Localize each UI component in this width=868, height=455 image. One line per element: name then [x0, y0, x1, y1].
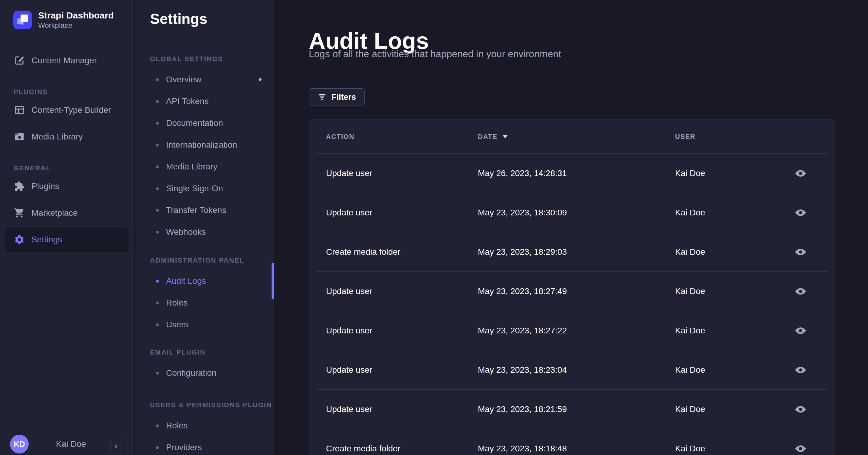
cell-user: Kai Doe	[675, 326, 782, 335]
settings-section-label-administration: ADMINISTRATION PANEL	[150, 254, 274, 267]
sidebar-menu: Content Manager PLUGINS Content-Type Bui…	[0, 40, 134, 254]
cell-date: May 23, 2023, 18:27:49	[478, 286, 675, 296]
settings-item-transfer-tokens[interactable]: Transfer Tokens	[135, 200, 274, 221]
settings-item-label: Audit Logs	[166, 276, 206, 286]
bullet-icon	[156, 324, 159, 326]
view-log-button[interactable]	[793, 283, 808, 299]
bullet-icon	[156, 187, 159, 190]
settings-item-label: Transfer Tokens	[166, 205, 226, 215]
cell-date: May 23, 2023, 18:21:59	[478, 404, 675, 414]
settings-item-label: Providers	[166, 443, 202, 452]
view-log-button[interactable]	[793, 362, 808, 378]
table-row[interactable]: Update user May 23, 2023, 18:27:49 Kai D…	[309, 272, 835, 311]
view-log-button[interactable]	[793, 205, 808, 220]
sidebar-item-content-type-builder[interactable]: Content-Type Builder	[5, 98, 128, 122]
bullet-icon	[156, 78, 159, 81]
table-row[interactable]: Update user May 26, 2023, 14:28:31 Kai D…	[309, 154, 835, 193]
table-row[interactable]: Create media folder May 23, 2023, 18:29:…	[309, 232, 835, 271]
settings-item-providers[interactable]: Providers	[135, 436, 274, 455]
cart-icon	[14, 208, 25, 218]
view-log-button[interactable]	[793, 441, 808, 455]
settings-item-label: Media Library	[166, 162, 217, 172]
sidebar-item-label: Marketplace	[31, 208, 78, 218]
sidebar-item-settings[interactable]: Settings	[5, 228, 128, 252]
settings-item-audit-logs[interactable]: Audit Logs	[135, 270, 274, 292]
view-log-button[interactable]	[793, 323, 808, 338]
eye-icon	[795, 246, 807, 258]
cell-action: Create media folder	[326, 247, 478, 257]
audit-logs-table: ACTION DATE USER Update user May 26, 202…	[309, 120, 835, 455]
cell-user: Kai Doe	[675, 286, 782, 296]
settings-item-webhooks[interactable]: Webhooks	[135, 221, 274, 243]
settings-sidebar: Settings GLOBAL SETTINGS Overview API To…	[135, 0, 274, 455]
settings-item-users[interactable]: Users	[135, 314, 274, 335]
table-row[interactable]: Update user May 23, 2023, 18:30:09 Kai D…	[309, 193, 835, 232]
sidebar-item-media-library[interactable]: Media Library	[5, 125, 128, 149]
brand-subtitle: Workplace	[38, 21, 114, 30]
settings-item-label: API Tokens	[166, 96, 209, 106]
settings-section-label-users-permissions: USERS & PERMISSIONS PLUGIN	[150, 399, 274, 411]
settings-item-up-roles[interactable]: Roles	[135, 415, 274, 436]
page-subtitle: Logs of all the activities that happened…	[309, 48, 561, 60]
cell-action: Update user	[326, 404, 478, 414]
eye-icon	[795, 364, 807, 376]
settings-item-api-tokens[interactable]: API Tokens	[135, 90, 274, 112]
eye-icon	[795, 325, 807, 337]
left-sidebar: Strapi Dashboard Workplace Content Manag…	[0, 0, 134, 455]
table-row[interactable]: Update user May 23, 2023, 18:21:59 Kai D…	[309, 390, 835, 429]
table-header-row: ACTION DATE USER	[309, 120, 835, 153]
table-row[interactable]: Update user May 23, 2023, 18:27:22 Kai D…	[309, 311, 835, 350]
settings-item-roles[interactable]: Roles	[135, 292, 274, 314]
chevron-left-icon: ‹	[115, 440, 118, 451]
filter-icon	[317, 93, 327, 102]
settings-item-label: Configuration	[166, 368, 217, 378]
column-header-action[interactable]: ACTION	[326, 133, 478, 141]
sidebar-item-label: Content Manager	[31, 56, 97, 65]
settings-menu: GLOBAL SETTINGS Overview API Tokens Docu…	[135, 47, 274, 455]
filters-button-label: Filters	[332, 93, 356, 102]
settings-item-overview[interactable]: Overview	[135, 69, 274, 90]
bullet-icon	[156, 100, 159, 103]
main-content: Audit Logs Logs of all the activities th…	[274, 0, 868, 455]
settings-item-label: Single Sign-On	[166, 184, 223, 193]
table-row[interactable]: Update user May 23, 2023, 18:23:04 Kai D…	[309, 350, 835, 389]
view-log-button[interactable]	[793, 244, 808, 260]
settings-item-label: Roles	[166, 421, 188, 430]
cell-user: Kai Doe	[675, 365, 782, 375]
settings-item-media-library[interactable]: Media Library	[135, 156, 274, 178]
table-row[interactable]: Create media folder May 23, 2023, 18:18:…	[309, 429, 835, 455]
settings-item-label: Internationalization	[166, 140, 237, 150]
caret-down-icon	[502, 135, 508, 138]
sidebar-item-content-manager[interactable]: Content Manager	[5, 49, 128, 72]
cell-user: Kai Doe	[675, 444, 782, 454]
view-log-button[interactable]	[793, 401, 808, 417]
sidebar-item-label: Settings	[31, 235, 62, 244]
user-name: Kai Doe	[56, 439, 86, 449]
column-header-user[interactable]: USER	[675, 133, 782, 141]
sidebar-item-plugins[interactable]: Plugins	[5, 174, 128, 199]
collapse-sidebar-button[interactable]: ‹	[111, 438, 122, 454]
bullet-icon	[156, 424, 159, 427]
view-log-button[interactable]	[793, 165, 808, 181]
column-header-date[interactable]: DATE	[478, 133, 675, 141]
nav-section-label-plugins: PLUGINS	[13, 86, 134, 98]
eye-icon	[795, 443, 807, 455]
settings-item-single-sign-on[interactable]: Single Sign-On	[135, 178, 274, 200]
settings-item-internationalization[interactable]: Internationalization	[135, 134, 274, 156]
settings-title-divider	[150, 39, 165, 39]
settings-item-configuration[interactable]: Configuration	[135, 362, 274, 384]
eye-icon	[795, 207, 807, 219]
picture-icon	[14, 131, 25, 142]
sidebar-item-marketplace[interactable]: Marketplace	[5, 201, 128, 225]
cell-date: May 23, 2023, 18:18:48	[478, 444, 675, 454]
layout-icon	[14, 105, 25, 116]
bullet-icon	[156, 209, 159, 212]
settings-item-documentation[interactable]: Documentation	[135, 112, 274, 134]
cell-action: Update user	[326, 365, 478, 375]
settings-section-label-global: GLOBAL SETTINGS	[150, 53, 274, 65]
brand-text: Strapi Dashboard Workplace	[38, 10, 114, 30]
cell-action: Update user	[326, 326, 478, 335]
filters-button[interactable]: Filters	[309, 88, 365, 106]
brand: Strapi Dashboard Workplace	[13, 10, 114, 30]
cell-user: Kai Doe	[675, 169, 782, 178]
